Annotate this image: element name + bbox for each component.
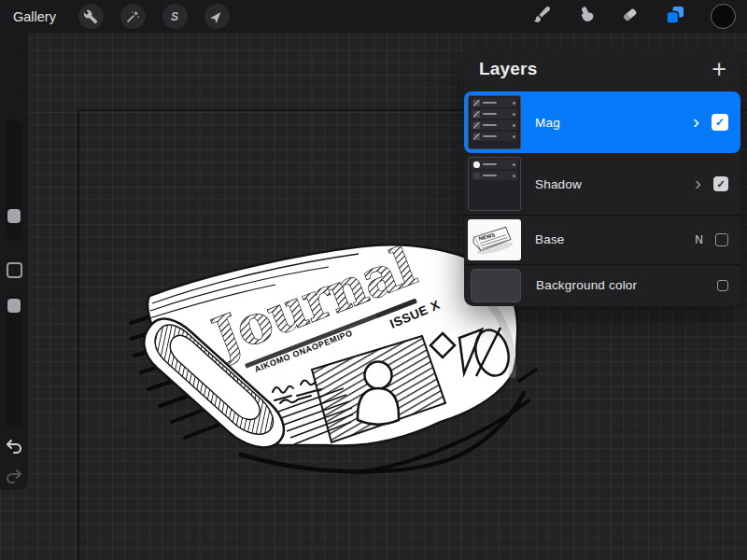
page-stack-lines [149, 254, 359, 318]
chevron-right-icon[interactable]: › [693, 111, 699, 131]
triangle-doodle [459, 329, 482, 373]
hatched-band [312, 336, 445, 442]
add-layer-button[interactable]: + [712, 59, 726, 79]
modify-button[interactable] [7, 262, 22, 278]
transform-button[interactable] [204, 4, 230, 29]
transform-arrow-icon [209, 9, 224, 24]
layer-thumbnail-base: NEWS [468, 219, 521, 260]
sidebar [0, 33, 28, 490]
text-lines [278, 388, 353, 444]
magic-wand-icon [125, 9, 140, 24]
person-body [358, 388, 399, 425]
selection-s-icon: S [166, 8, 183, 25]
opacity-slider[interactable] [6, 295, 22, 427]
layer-visibility-checkbox[interactable] [717, 280, 728, 291]
artwork-byline: AIKOMO ONAOPEMIPO [253, 328, 354, 373]
selection-button[interactable]: S [162, 4, 188, 29]
layer-row-mag[interactable]: Mag › ✓ [464, 91, 740, 153]
canvas[interactable]: Journal AIKOMO ONAOPEMIPO ISSUE X [0, 0, 747, 560]
layer-visibility-checkbox[interactable]: ✓ [712, 114, 728, 131]
brush-icon [532, 5, 552, 24]
layers-panel: Layers + Mag › ✓ Shadow [464, 47, 740, 306]
diamond-doodle [430, 333, 455, 357]
top-toolbar: Gallery S [0, 0, 747, 33]
layer-name: Shadow [535, 177, 582, 191]
layer-visibility-checkbox[interactable]: ✓ [713, 176, 728, 191]
layer-name: Base [535, 232, 565, 246]
artwork-title: Journal [200, 235, 423, 370]
layers-panel-title: Layers [479, 59, 537, 79]
opacity-handle[interactable] [7, 299, 21, 313]
color-swatch-button[interactable] [711, 4, 736, 29]
brush-size-handle[interactable] [7, 209, 21, 223]
wrench-icon [83, 9, 98, 24]
adjustments-button[interactable] [120, 4, 146, 29]
undo-button[interactable] [4, 437, 24, 461]
layer-visibility-checkbox[interactable] [715, 233, 728, 246]
layer-thumbnail-background [471, 269, 521, 302]
layer-name: Background color [536, 278, 637, 292]
layers-panel-header: Layers + [464, 47, 740, 91]
brush-button[interactable] [532, 5, 552, 28]
blend-mode-badge[interactable]: N [695, 233, 703, 246]
newspaper-cover [148, 245, 517, 445]
layer-row-shadow[interactable]: Shadow › ✓ [464, 153, 740, 215]
svg-text:S: S [171, 10, 178, 23]
artwork-issue-label: ISSUE X [388, 298, 442, 331]
squiggles [273, 380, 321, 403]
gallery-button[interactable]: Gallery [13, 9, 56, 24]
redo-button[interactable] [4, 467, 24, 491]
redo-icon [4, 467, 24, 487]
eraser-icon [620, 5, 640, 24]
layer-row-base[interactable]: NEWS Base N [464, 215, 740, 264]
layer-row-background-color[interactable]: Background color [464, 264, 740, 306]
layer-thumbnail-shadow [468, 157, 521, 211]
eraser-button[interactable] [620, 5, 640, 28]
layer-thumbnail-mag [468, 95, 521, 149]
layer-name: Mag [535, 116, 560, 130]
smudge-icon [576, 5, 596, 24]
layers-icon [664, 4, 686, 26]
actions-button[interactable] [78, 4, 104, 29]
circle-doodle [471, 326, 514, 379]
title-underline [245, 299, 417, 369]
layers-button[interactable] [664, 4, 686, 30]
brush-size-slider[interactable] [6, 119, 22, 241]
undo-icon [4, 437, 24, 457]
shadow-strokes [131, 310, 536, 472]
rolled-fold [144, 319, 284, 448]
person-head [365, 362, 392, 389]
chevron-right-icon[interactable]: › [695, 173, 701, 192]
smudge-button[interactable] [576, 5, 596, 28]
